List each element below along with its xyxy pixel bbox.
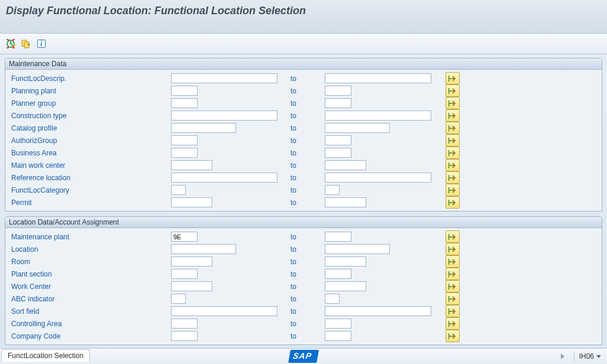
maint-label-catalog-profile: Catalog profile	[5, 124, 171, 132]
maint-label-business-area: Business Area	[5, 149, 171, 157]
loc-from-controlling-area[interactable]	[171, 318, 198, 329]
loc-to-controlling-area[interactable]	[325, 318, 351, 329]
maint-multi-planning-plant[interactable]	[445, 84, 460, 97]
maint-to-reference-location[interactable]	[325, 173, 431, 183]
svg-rect-13	[448, 175, 450, 181]
maint-multi-planner-group[interactable]	[445, 97, 460, 109]
loc-to-label-room: to	[289, 258, 325, 266]
loc-multi-room[interactable]	[445, 255, 460, 268]
loc-row-abc-indicator: ABC indicatorto	[5, 292, 602, 305]
loc-label-room: Room	[5, 258, 171, 266]
loc-to-label-location: to	[289, 245, 325, 254]
loc-label-controlling-area: Controlling Area	[5, 320, 171, 328]
loc-from-room[interactable]	[171, 256, 212, 266]
loc-to-room[interactable]	[325, 256, 366, 266]
maint-from-functloccategory[interactable]	[171, 185, 186, 195]
maint-from-business-area[interactable]	[171, 148, 198, 158]
status-tab[interactable]: FunctLocation Selection	[1, 349, 90, 362]
loc-label-plant-section: Plant section	[5, 270, 171, 278]
maint-multi-catalog-profile[interactable]	[445, 122, 460, 134]
loc-to-plant-section[interactable]	[325, 269, 351, 279]
maint-multi-construction-type[interactable]	[445, 109, 460, 122]
page-title: Display Functional Location: Functional …	[6, 5, 601, 17]
maint-label-permit: Permit	[5, 199, 171, 207]
maint-from-authorizgroup[interactable]	[171, 135, 198, 145]
loc-to-maintenance-plant[interactable]	[325, 232, 351, 242]
arrow-right-icon	[448, 296, 457, 302]
maint-to-functlocdescrip[interactable]	[325, 73, 431, 83]
arrow-right-icon	[448, 200, 457, 206]
loc-from-location[interactable]	[171, 244, 236, 254]
loc-to-label-company-code: to	[289, 332, 325, 340]
maint-label-functloccategory: FunctLocCategory	[5, 186, 171, 194]
loc-from-work-center[interactable]	[171, 281, 212, 291]
status-indicator-icon	[561, 353, 564, 359]
group-body-maintenance: FunctLocDescrip.toPlanning planttoPlanne…	[5, 70, 602, 211]
loc-multi-company-code[interactable]	[445, 330, 460, 342]
loc-label-company-code: Company Code	[5, 332, 171, 340]
loc-from-sort-field[interactable]	[171, 306, 277, 316]
maint-from-reference-location[interactable]	[171, 173, 277, 183]
maint-to-main-work-center[interactable]	[325, 160, 366, 170]
maint-multi-functlocdescrip[interactable]	[445, 72, 460, 84]
loc-multi-maintenance-plant[interactable]	[445, 230, 460, 243]
svg-rect-9	[448, 125, 450, 131]
arrow-right-icon	[448, 138, 457, 144]
maint-to-catalog-profile[interactable]	[325, 123, 390, 133]
maint-to-label-planner-group: to	[289, 99, 325, 108]
loc-to-sort-field[interactable]	[325, 306, 431, 316]
tcode-menu[interactable]: IH06	[579, 352, 601, 360]
content-area: Maintenance Data FunctLocDescrip.toPlann…	[0, 54, 607, 353]
loc-from-abc-indicator[interactable]	[171, 294, 186, 304]
loc-multi-sort-field[interactable]	[445, 305, 460, 317]
tcode-label: IH06	[579, 352, 594, 360]
svg-rect-11	[448, 150, 450, 156]
loc-multi-work-center[interactable]	[445, 280, 460, 292]
maint-to-permit[interactable]	[325, 197, 366, 207]
loc-to-location[interactable]	[325, 244, 390, 254]
svg-rect-19	[448, 271, 450, 277]
maint-multi-reference-location[interactable]	[445, 171, 460, 184]
loc-to-abc-indicator[interactable]	[325, 294, 340, 304]
maint-multi-functloccategory[interactable]	[445, 184, 460, 196]
maint-from-main-work-center[interactable]	[171, 160, 212, 170]
loc-multi-controlling-area[interactable]	[445, 317, 460, 330]
loc-to-label-abc-indicator: to	[289, 295, 325, 303]
maint-multi-authorizgroup[interactable]	[445, 134, 460, 147]
loc-from-plant-section[interactable]	[171, 269, 198, 279]
sap-window: Display Functional Location: Functional …	[0, 0, 607, 364]
loc-to-work-center[interactable]	[325, 281, 366, 291]
maint-to-functloccategory[interactable]	[325, 185, 340, 195]
maint-multi-main-work-center[interactable]	[445, 159, 460, 171]
loc-label-work-center: Work Center	[5, 282, 171, 291]
variant-button[interactable]	[19, 37, 33, 51]
loc-multi-location[interactable]	[445, 243, 460, 255]
maint-multi-business-area[interactable]	[445, 147, 460, 159]
maint-to-business-area[interactable]	[325, 148, 351, 158]
maint-from-permit[interactable]	[171, 197, 212, 207]
maint-to-planning-plant[interactable]	[325, 86, 351, 96]
chevron-down-icon	[596, 355, 601, 358]
loc-multi-plant-section[interactable]	[445, 268, 460, 280]
group-title-maintenance: Maintenance Data	[5, 58, 602, 70]
maint-to-construction-type[interactable]	[325, 110, 431, 121]
maint-from-catalog-profile[interactable]	[171, 123, 236, 133]
loc-row-maintenance-plant: Maintenance plantto	[5, 230, 602, 243]
maint-from-planning-plant[interactable]	[171, 86, 198, 96]
maint-multi-permit[interactable]	[445, 196, 460, 209]
maint-from-functlocdescrip[interactable]	[171, 73, 277, 83]
info-button[interactable]: i	[34, 37, 49, 51]
loc-from-company-code[interactable]	[171, 331, 198, 341]
loc-to-company-code[interactable]	[325, 331, 351, 341]
maint-to-authorizgroup[interactable]	[325, 135, 351, 145]
loc-to-label-sort-field: to	[289, 307, 325, 316]
maint-from-planner-group[interactable]	[171, 98, 198, 108]
sap-logo: SAP	[288, 350, 319, 363]
execute-button[interactable]	[4, 37, 18, 51]
maint-from-construction-type[interactable]	[171, 110, 277, 121]
maint-row-catalog-profile: Catalog profileto	[5, 122, 602, 134]
svg-rect-18	[448, 259, 450, 265]
maint-to-planner-group[interactable]	[325, 98, 351, 108]
loc-from-maintenance-plant[interactable]	[171, 232, 198, 242]
loc-multi-abc-indicator[interactable]	[445, 292, 460, 305]
